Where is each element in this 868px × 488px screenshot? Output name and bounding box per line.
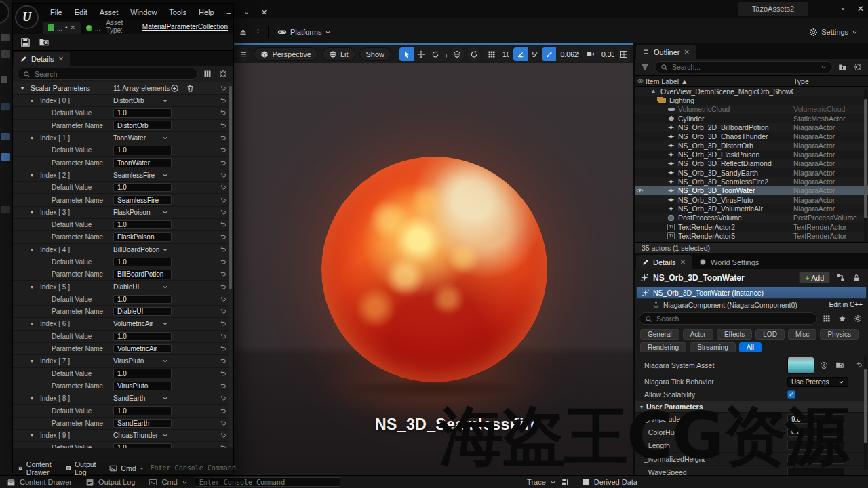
caret-icon[interactable]: ▾ xyxy=(31,395,33,401)
category-filter-button[interactable]: Effects xyxy=(717,329,752,340)
outliner-row[interactable]: TextRenderActor2 TextRenderActor xyxy=(635,222,868,231)
reset-icon[interactable] xyxy=(219,197,226,204)
actor-label[interactable]: TextRenderActor2 xyxy=(678,223,793,231)
parameter-value-input[interactable]: 0.0 xyxy=(787,428,844,437)
platforms-button[interactable]: Platforms xyxy=(273,24,336,40)
tab-details[interactable]: Details ✕ xyxy=(636,255,692,269)
content-drawer-button[interactable]: Content Drawer xyxy=(0,476,79,488)
reset-icon[interactable] xyxy=(219,233,226,241)
outliner-row[interactable]: NS_Orb_3D_VirusPluto NiagaraActor xyxy=(635,195,868,204)
default-value-input[interactable]: 1.0 xyxy=(113,183,172,192)
add-element-button[interactable] xyxy=(170,84,179,93)
parameter-name-input[interactable]: SandEarth xyxy=(113,419,172,428)
eye-icon[interactable] xyxy=(635,187,645,195)
default-value-input[interactable]: 1.0 xyxy=(113,369,172,378)
default-value-input[interactable]: 1.0 xyxy=(113,258,172,267)
float-settings-button[interactable] xyxy=(217,68,229,80)
world-space-button[interactable] xyxy=(451,47,463,62)
index-row[interactable]: ▾ Index [ 9 ] ChoasThunder xyxy=(13,430,233,442)
content-drawer-button[interactable]: Content Drawer xyxy=(13,462,60,474)
camera-speed-value[interactable]: 0.33 xyxy=(597,50,614,58)
reset-icon[interactable] xyxy=(219,432,226,439)
default-value-input[interactable]: 1.0 xyxy=(113,443,172,448)
output-log-button[interactable]: Output Log xyxy=(60,462,104,474)
console-command-input[interactable]: Enter Console Command xyxy=(150,464,235,472)
actor-label[interactable]: NS_Orb_3D_SandyEarth xyxy=(678,169,793,177)
outliner-row[interactable]: NS_Orb_3D_ReflectDiamond NiagaraActor xyxy=(635,159,868,168)
outliner-row[interactable]: TextRenderActor7 TextRenderActor xyxy=(635,241,868,242)
maximize-viewport-button[interactable] xyxy=(618,47,630,62)
menu-help[interactable]: Help xyxy=(193,8,220,16)
angle-snap-value[interactable]: 5° xyxy=(528,50,538,58)
index-row[interactable]: ▾ Index [ 5 ] DiableUI xyxy=(13,281,233,293)
close-icon[interactable]: ✕ xyxy=(71,24,76,31)
actor-label[interactable]: TextRenderActor5 xyxy=(678,232,793,240)
rotate-tool-button[interactable] xyxy=(428,47,442,61)
parameter-name-input[interactable]: DistortOrb xyxy=(113,121,172,130)
caret-icon[interactable]: ▾ xyxy=(31,209,33,216)
outliner-row[interactable]: NS_Orb_3D_ChaosThunder NiagaraActor xyxy=(635,132,868,141)
outliner-row[interactable]: OverView_DemoScene_MagicOrb_ShowCase (Ed… xyxy=(635,87,868,96)
index-row[interactable]: ▾ Index [ 6 ] VolumetricAir xyxy=(13,318,233,330)
outliner-row[interactable]: Lighting xyxy=(635,96,868,104)
index-row[interactable]: ▾ Index [ 0 ] DistortOrb xyxy=(13,95,233,107)
reset-icon[interactable] xyxy=(219,270,226,278)
lock-button[interactable] xyxy=(850,272,863,284)
details-scrollbar[interactable] xyxy=(864,355,867,470)
select-tool-button[interactable] xyxy=(399,47,414,61)
outliner-settings-button[interactable] xyxy=(852,61,864,73)
reset-icon[interactable] xyxy=(219,209,226,216)
reset-icon[interactable] xyxy=(219,258,226,266)
reset-icon[interactable] xyxy=(219,97,226,104)
outliner-row[interactable]: NS_Orb_3D_ToonWater NiagaraActor xyxy=(635,186,868,195)
favorites-button[interactable] xyxy=(836,312,848,325)
default-value-input[interactable]: 1.0 xyxy=(113,146,172,155)
category-filter-button[interactable]: Streaming xyxy=(690,342,736,352)
parameter-name-input[interactable]: ToonWater xyxy=(113,158,172,167)
index-row[interactable]: ▾ Index [ 7 ] VirusPluto xyxy=(13,355,233,367)
tab-details[interactable]: Details ✕ xyxy=(14,52,70,66)
visibility-column[interactable] xyxy=(635,77,646,85)
close-button[interactable]: ✕ xyxy=(256,8,273,17)
details-settings-button[interactable] xyxy=(852,312,864,325)
angle-snap-button[interactable] xyxy=(513,47,528,61)
save-button[interactable] xyxy=(17,35,33,49)
actor-label[interactable]: NS_Orb_3D_ToonWater xyxy=(678,186,793,195)
close-icon[interactable]: ✕ xyxy=(680,258,686,266)
cmd-button[interactable]: Cmd xyxy=(104,462,150,474)
index-row[interactable]: ▾ Index [ 2 ] SeamlessFire xyxy=(13,169,233,182)
reset-icon[interactable] xyxy=(219,221,226,228)
minimize-button[interactable]: – xyxy=(220,8,238,17)
menu-edit[interactable]: Edit xyxy=(68,8,94,16)
show-button[interactable]: Show xyxy=(359,47,392,61)
chevron-down-icon[interactable] xyxy=(162,395,168,401)
category-filter-button[interactable]: All xyxy=(739,342,762,352)
chevron-down-icon[interactable] xyxy=(162,358,168,364)
derived-data-button[interactable]: Derived Data xyxy=(575,476,644,488)
actor-label[interactable]: NS_Orb_3D_VolumetricAir xyxy=(678,205,793,213)
caret-icon[interactable]: ▾ xyxy=(31,432,33,439)
index-row[interactable]: ▾ Index [ 4 ] BillBoardPotion xyxy=(13,244,233,256)
outliner-row[interactable]: NS_Orb_2D_BillboardPotion NiagaraActor xyxy=(635,123,868,131)
chevron-down-icon[interactable] xyxy=(162,432,168,439)
new-folder-button[interactable] xyxy=(836,61,848,73)
actor-label[interactable]: Cylinder xyxy=(678,115,793,123)
outliner-row[interactable]: NS_Orb_3D_DistortOrb NiagaraActor xyxy=(635,141,868,150)
display-options-button[interactable] xyxy=(201,68,214,80)
category-filter-button[interactable]: Physics xyxy=(820,329,858,340)
float-titlebar[interactable]: U File Edit Asset Window Tools Help – ▫ … xyxy=(13,4,233,20)
grid-snap-button[interactable] xyxy=(484,47,498,61)
reset-icon[interactable] xyxy=(219,407,226,415)
parameter-value-input[interactable] xyxy=(787,454,844,464)
type-column[interactable]: Type xyxy=(793,77,868,85)
float-search-input[interactable]: Search xyxy=(17,68,198,80)
category-filter-button[interactable]: Rendering xyxy=(640,342,686,352)
parameter-value-input[interactable]: 9.0 xyxy=(787,414,844,424)
component-row[interactable]: NiagaraComponent (NiagaraComponent0) Edi… xyxy=(635,299,868,310)
category-filter-button[interactable]: Misc xyxy=(788,329,817,340)
reset-icon[interactable] xyxy=(219,370,226,378)
reset-icon[interactable] xyxy=(219,345,226,352)
default-value-input[interactable]: 1.0 xyxy=(113,220,172,230)
allow-scalability-checkbox[interactable]: ✓ xyxy=(787,390,795,399)
outliner-row[interactable]: Cylinder StaticMeshActor xyxy=(635,114,868,123)
